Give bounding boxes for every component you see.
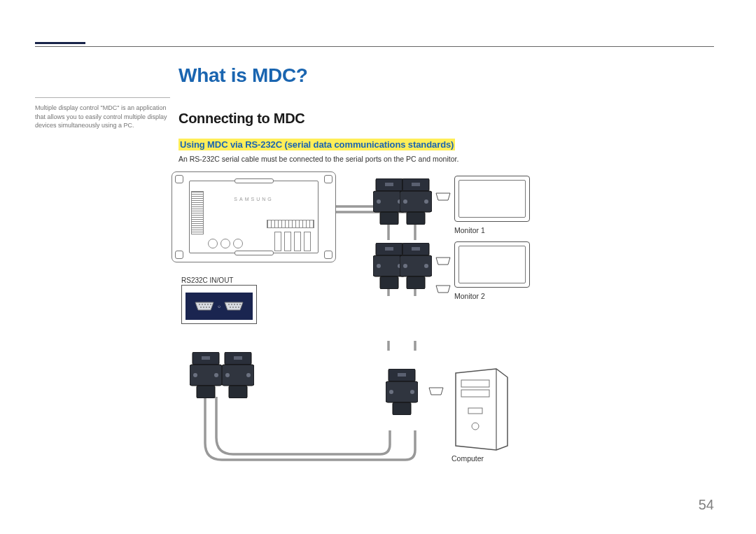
- content-row: Multiple display control "MDC" is an app…: [35, 64, 714, 465]
- manual-page: Multiple display control "MDC" is an app…: [0, 0, 756, 534]
- terminal-icon: [233, 239, 243, 248]
- port-icon: [304, 232, 311, 251]
- svg-rect-56: [229, 386, 247, 398]
- svg-point-16: [235, 307, 237, 308]
- svg-point-17: [238, 307, 239, 308]
- closeup-rs232-ports: ○: [181, 285, 257, 324]
- svg-point-9: [228, 304, 230, 305]
- svg-point-46: [410, 390, 414, 394]
- svg-point-7: [206, 307, 207, 308]
- port-icon: [294, 232, 301, 251]
- terminal-icon: [208, 239, 218, 248]
- computer-label: Computer: [451, 454, 484, 463]
- closeup-port-label: RS232C IN/OUT: [181, 276, 233, 284]
- port-icon: [274, 232, 281, 251]
- svg-rect-20: [380, 212, 398, 225]
- svg-point-28: [424, 199, 428, 204]
- terminal-icon: [220, 239, 230, 248]
- svg-point-39: [403, 264, 407, 268]
- mount-hole-icon: [175, 251, 183, 259]
- mount-hole-icon: [324, 175, 332, 183]
- svg-point-6: [203, 307, 204, 308]
- svg-point-45: [389, 390, 393, 394]
- svg-point-58: [246, 373, 251, 377]
- svg-rect-23: [385, 183, 393, 186]
- panel-brand-label: SAMSUNG: [234, 197, 273, 202]
- svg-point-0: [199, 304, 200, 305]
- serial-connector-icon: [386, 369, 418, 415]
- serial-connector-icon: [222, 352, 254, 398]
- closeup-port-panel: ○: [186, 293, 253, 320]
- page-title: What is MDC?: [178, 64, 714, 87]
- header-accent-bar: [35, 42, 85, 44]
- svg-point-3: [207, 304, 209, 305]
- section-title: Connecting to MDC: [178, 111, 714, 127]
- db9-port-icon: [428, 387, 444, 395]
- svg-point-13: [239, 304, 241, 305]
- vent-grill-icon: [191, 191, 204, 234]
- svg-point-51: [193, 373, 197, 377]
- svg-point-5: [200, 307, 202, 308]
- panel-inner-plate: SAMSUNG: [189, 181, 318, 253]
- svg-point-40: [424, 264, 428, 268]
- svg-point-33: [377, 264, 381, 268]
- serial-connector-icon: [400, 243, 432, 289]
- svg-point-52: [214, 373, 218, 377]
- monitor-1-icon: [454, 176, 530, 222]
- db9-port-icon: [223, 301, 244, 311]
- mount-hole-icon: [175, 175, 183, 183]
- computer-tower-icon: [450, 367, 512, 451]
- svg-rect-38: [407, 276, 425, 289]
- svg-rect-53: [202, 356, 210, 360]
- db9-port-icon: [194, 301, 215, 311]
- svg-point-21: [377, 199, 381, 204]
- svg-point-11: [234, 304, 235, 305]
- svg-point-12: [237, 304, 238, 305]
- main-column: What is MDC? Connecting to MDC Using MDC…: [178, 64, 714, 465]
- svg-rect-35: [385, 247, 393, 251]
- svg-point-1: [202, 304, 203, 305]
- svg-point-4: [210, 304, 211, 305]
- port-dot-icon: ○: [218, 304, 220, 309]
- db9-port-icon: [435, 285, 451, 293]
- svg-rect-59: [234, 356, 242, 360]
- header-divider: [35, 46, 714, 47]
- svg-marker-60: [456, 369, 507, 450]
- down-port-row: [274, 232, 311, 251]
- svg-rect-26: [407, 212, 425, 225]
- terminal-row: [208, 239, 243, 248]
- svg-rect-47: [398, 373, 406, 377]
- serial-connector-icon: [400, 178, 432, 225]
- svg-rect-44: [393, 402, 411, 415]
- svg-point-15: [232, 307, 234, 308]
- db9-port-icon: [435, 257, 451, 265]
- svg-rect-50: [197, 386, 215, 398]
- page-number: 54: [699, 497, 714, 513]
- connection-diagram: SAMSUNG: [178, 171, 710, 465]
- highlight-text: Using MDC via RS-232C (serial data commu…: [178, 139, 455, 150]
- panel-handle-icon: [234, 178, 274, 183]
- port-bank-icon: [267, 220, 314, 228]
- body-text: An RS-232C serial cable must be connecte…: [178, 155, 714, 163]
- db9-port-icon: [435, 192, 451, 201]
- svg-point-57: [225, 373, 230, 377]
- svg-point-14: [230, 307, 231, 308]
- svg-point-2: [204, 304, 206, 305]
- svg-rect-29: [412, 183, 420, 186]
- svg-rect-32: [380, 276, 398, 289]
- port-icon: [284, 232, 291, 251]
- header-rule: [35, 42, 714, 47]
- svg-point-10: [231, 304, 232, 305]
- svg-rect-41: [412, 247, 420, 251]
- mount-hole-icon: [324, 251, 332, 259]
- monitor-2-label: Monitor 2: [454, 292, 485, 300]
- svg-point-27: [403, 199, 407, 204]
- monitor-1-label: Monitor 1: [454, 226, 485, 234]
- svg-point-8: [209, 307, 210, 308]
- monitor-2-icon: [454, 241, 530, 288]
- panel-handle-icon: [234, 251, 274, 255]
- display-back-panel: SAMSUNG: [172, 171, 336, 262]
- sidebar: Multiple display control "MDC" is an app…: [35, 64, 178, 465]
- serial-connector-icon: [190, 352, 222, 398]
- side-note-text: Multiple display control "MDC" is an app…: [35, 97, 170, 130]
